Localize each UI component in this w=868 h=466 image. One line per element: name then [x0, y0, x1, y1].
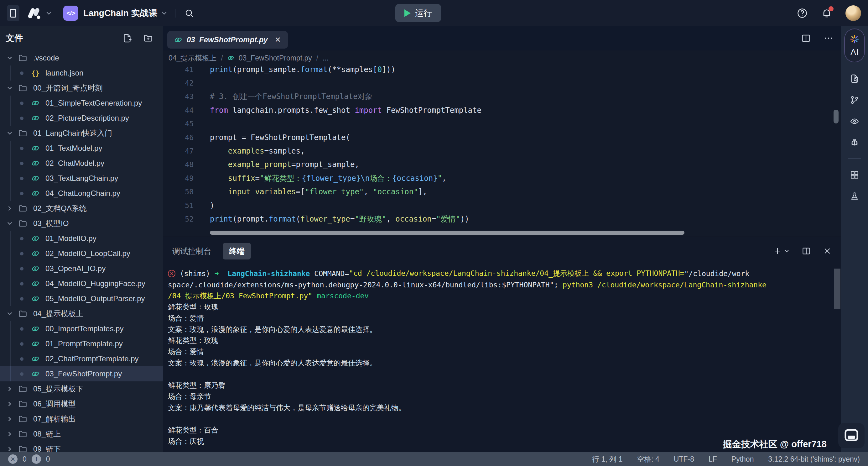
breadcrumb-folder[interactable]: 04_提示模板上 — [168, 53, 216, 63]
tree-file-03_OpenAI_IO.py[interactable]: 03_OpenAI_IO.py — [0, 261, 163, 276]
user-avatar[interactable] — [845, 5, 861, 21]
watermark-text: 掘金技术社区 @ offer718 — [723, 438, 827, 450]
python-file-icon — [174, 36, 182, 44]
tree-folder-01_LangChain快速入门[interactable]: 01_LangChain快速入门 — [0, 126, 163, 141]
close-panel-icon[interactable] — [823, 246, 832, 255]
preview-eye-icon[interactable] — [849, 116, 860, 126]
tab-terminal[interactable]: 终端 — [223, 243, 251, 260]
tree-folder-00_开篇词_奇点时刻[interactable]: 00_开篇词_奇点时刻 — [0, 81, 163, 95]
exit-error-icon: ✕ — [168, 270, 176, 278]
file-search-icon[interactable] — [849, 74, 860, 84]
more-actions-icon[interactable] — [824, 33, 834, 43]
file-status-dot — [20, 117, 24, 120]
marscode-logo-icon[interactable] — [27, 7, 42, 20]
tree-file-02_ChatPromptTemplate.py[interactable]: 02_ChatPromptTemplate.py — [0, 351, 163, 366]
statusbar-item-5[interactable]: 3.12.2 64-bit ('shims': pyenv) — [768, 455, 860, 464]
statusbar-item-0[interactable]: 行 1, 列 1 — [592, 455, 622, 464]
code-lines: 41print(prompt_sample.format(**samples[0… — [163, 65, 841, 226]
chevron-down-icon[interactable] — [160, 9, 168, 17]
statusbar-item-2[interactable]: UTF-8 — [674, 455, 694, 464]
file-status-dot — [20, 372, 24, 376]
statusbar-item-1[interactable]: 空格: 4 — [637, 455, 659, 464]
tree-folder-05_提示模板下[interactable]: 05_提示模板下 — [0, 381, 163, 397]
tree-item-label: 03_OpenAI_IO.py — [45, 264, 105, 273]
warnings-icon: ! — [32, 455, 41, 464]
tab-debug-console[interactable]: 调试控制台 — [172, 246, 211, 256]
help-icon[interactable] — [797, 7, 808, 19]
tree-folder-.vscode[interactable]: .vscode — [0, 51, 163, 65]
search-icon[interactable] — [184, 8, 194, 18]
editor-vertical-scrollbar[interactable] — [834, 110, 839, 123]
tree-folder-06_调用模型[interactable]: 06_调用模型 — [0, 397, 163, 411]
new-file-icon[interactable] — [122, 33, 132, 43]
tree-file-00_ImportTemplates.py[interactable]: 00_ImportTemplates.py — [0, 321, 163, 336]
terminal-line-1: ✕(shims) ➜ LangChain-shizhanke COMMAND="… — [168, 268, 841, 279]
terminal-output[interactable]: ✕(shims) ➜ LangChain-shizhanke COMMAND="… — [163, 265, 841, 452]
new-terminal-icon[interactable] — [773, 246, 790, 256]
tree-file-05_ModelIO_OutputParser.py[interactable]: 05_ModelIO_OutputParser.py — [0, 291, 163, 306]
new-folder-icon[interactable] — [143, 33, 154, 43]
tree-folder-04_提示模板上[interactable]: 04_提示模板上 — [0, 306, 163, 321]
tree-file-04_ModelIO_HuggingFace.py[interactable]: 04_ModelIO_HuggingFace.py — [0, 276, 163, 291]
chevron-down-icon[interactable] — [45, 9, 53, 17]
top-bar: </> LangChain 实战课 运行 — [0, 0, 868, 26]
close-tab-icon[interactable]: ✕ — [275, 35, 281, 44]
chevron-down-icon — [6, 310, 15, 317]
test-flask-icon[interactable] — [849, 191, 860, 201]
tab-03-fewshotprompt[interactable]: 03_FewShotPrompt.py ✕ — [167, 31, 288, 49]
terminal-line-10 — [168, 369, 841, 380]
tree-folder-07_解析输出[interactable]: 07_解析输出 — [0, 411, 163, 427]
source-control-icon[interactable] — [849, 95, 860, 105]
tree-folder-09_链下[interactable]: 09_链下 — [0, 442, 163, 452]
tree-file-02_ModelIO_LoopCall.py[interactable]: 02_ModelIO_LoopCall.py — [0, 246, 163, 261]
tree-item-label: 05_ModelIO_OutputParser.py — [45, 294, 145, 303]
line-number: 48 — [163, 161, 194, 169]
code-line-52: 52print(prompt.format(flower_type="野玫瑰",… — [163, 212, 841, 226]
chevron-right-icon — [6, 205, 15, 212]
tree-file-01_SimpleTextGeneration.py[interactable]: 01_SimpleTextGeneration.py — [0, 95, 163, 111]
sidebar-toggle-icon — [10, 9, 16, 18]
split-editor-icon[interactable] — [801, 33, 811, 43]
statusbar-item-3[interactable]: LF — [709, 455, 717, 464]
tree-file-04_ChatLongChain.py[interactable]: 04_ChatLongChain.py — [0, 186, 163, 201]
python-file-icon — [31, 370, 39, 378]
tree-item-label: 04_ModelIO_HuggingFace.py — [45, 279, 145, 288]
line-number: 51 — [163, 202, 194, 210]
debug-bug-icon[interactable] — [849, 138, 860, 148]
sidebar-toggle-button[interactable] — [7, 5, 20, 21]
tree-folder-08_链上[interactable]: 08_链上 — [0, 427, 163, 442]
status-bar: ✕ 0 ! 0 行 1, 列 1空格: 4UTF-8LFPython3.12.2… — [0, 452, 868, 466]
breadcrumb-more[interactable]: ... — [323, 54, 329, 62]
tree-file-01_ModelIO.py[interactable]: 01_ModelIO.py — [0, 231, 163, 246]
code-editor[interactable]: 41print(prompt_sample.format(**samples[0… — [163, 65, 841, 237]
terminal-line-11: 鲜花类型：康乃馨 — [168, 380, 841, 391]
breadcrumb-file[interactable]: 03_FewShotPrompt.py — [239, 54, 312, 62]
run-button[interactable]: 运行 — [395, 4, 441, 22]
terminal-line-9: 文案：玫瑰，浪漫的象征，是你向心爱的人表达爱意的最佳选择。 — [168, 357, 841, 369]
tree-file-03_FewShotPrompt.py[interactable]: 03_FewShotPrompt.py — [0, 366, 163, 381]
folder-icon — [18, 219, 28, 228]
tree-file-02_PictureDescription.py[interactable]: 02_PictureDescription.py — [0, 111, 163, 126]
code-line-44: 44from langchain.prompts.few_shot import… — [163, 104, 841, 117]
extensions-grid-icon[interactable] — [849, 170, 860, 180]
tree-folder-03_模型IO[interactable]: 03_模型IO — [0, 216, 163, 231]
horizontal-scrollbar[interactable] — [210, 231, 684, 235]
tree-file-01_TextModel.py[interactable]: 01_TextModel.py — [0, 141, 163, 156]
statusbar-item-4[interactable]: Python — [732, 455, 754, 464]
file-explorer-sidebar: 文件 .vscode{}launch.json00_开篇词_奇点时刻01_Sim… — [0, 26, 163, 452]
terminal-line-2: space/.cloudide/extensions/ms-python.deb… — [168, 279, 841, 291]
project-title[interactable]: LangChain 实战课 — [83, 7, 157, 19]
tree-folder-02_文档QA系统[interactable]: 02_文档QA系统 — [0, 201, 163, 216]
tree-file-02_ChatModel.py[interactable]: 02_ChatModel.py — [0, 156, 163, 171]
notifications-bell-icon[interactable] — [821, 7, 832, 19]
display-float-button[interactable] — [838, 423, 865, 448]
tree-file-03_TextLangChain.py[interactable]: 03_TextLangChain.py — [0, 171, 163, 186]
terminal-vertical-scrollbar[interactable] — [834, 268, 840, 309]
problems-indicator[interactable]: ✕ 0 ! 0 — [8, 455, 50, 464]
line-number: 41 — [163, 65, 194, 74]
tree-file-01_PromptTemplate.py[interactable]: 01_PromptTemplate.py — [0, 336, 163, 351]
tree-item-label: 01_ModelIO.py — [45, 234, 96, 243]
tree-file-launch.json[interactable]: {}launch.json — [0, 65, 163, 81]
ai-assistant-button[interactable]: AI — [844, 29, 865, 62]
split-terminal-icon[interactable] — [802, 246, 811, 256]
